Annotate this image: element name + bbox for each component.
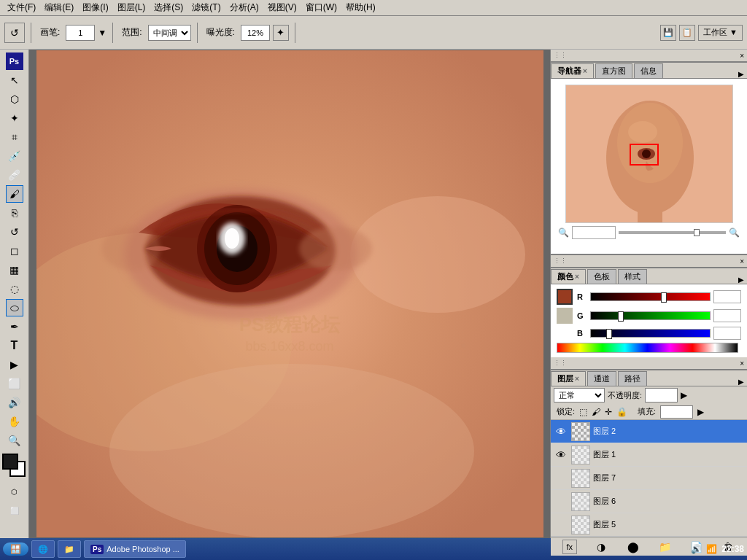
g-slider[interactable] — [590, 311, 711, 320]
tab-navigator[interactable]: 导航器 × — [551, 63, 594, 78]
g-value-input[interactable]: 59 — [713, 309, 741, 322]
zoom-tool[interactable]: 🔍 — [6, 432, 23, 449]
opacity-arrow[interactable]: ▶ — [681, 390, 687, 400]
fg-color-swatch[interactable] — [2, 454, 18, 470]
quick-mask-btn[interactable]: ⬡ — [6, 483, 23, 500]
r-slider[interactable] — [590, 292, 711, 301]
hand-tool[interactable]: ✋ — [6, 413, 23, 430]
text-tool[interactable]: T — [6, 337, 23, 354]
opacity-input[interactable]: 100% — [645, 388, 678, 402]
lock-all-btn[interactable]: 🔒 — [616, 407, 627, 417]
tab-nav-close[interactable]: × — [583, 67, 587, 75]
layer-item[interactable]: 👁 图层 6 — [551, 490, 747, 513]
eyedropper-tool[interactable]: 💉 — [6, 147, 23, 165]
start-button[interactable]: 🪟 — [3, 542, 28, 556]
notes-tool[interactable]: 🔊 — [6, 394, 23, 411]
layer-fx-btn[interactable]: fx — [562, 540, 577, 554]
lock-move-btn[interactable]: ✛ — [605, 407, 612, 417]
tab-layers[interactable]: 图层 × — [551, 371, 586, 386]
tab-color-close[interactable]: × — [575, 273, 579, 281]
tab-layers-close[interactable]: × — [575, 375, 579, 383]
new-group-btn[interactable]: 📁 — [657, 540, 672, 554]
brush-size-input[interactable] — [66, 25, 95, 41]
menu-window[interactable]: 窗口(W) — [301, 0, 341, 15]
pen-tool[interactable]: ✒ — [6, 318, 23, 335]
new-adjustment-btn[interactable]: ⬤ — [626, 540, 640, 554]
layer-item[interactable]: 👁 图层 2 — [551, 420, 747, 443]
exposure-input[interactable] — [241, 25, 270, 41]
menu-select[interactable]: 选择(S) — [150, 0, 187, 15]
crop-tool[interactable]: ⌗ — [6, 128, 23, 146]
color-bg-swatch[interactable] — [557, 308, 573, 324]
layer-vis-btn[interactable]: 👁 — [554, 424, 568, 439]
tab-channels[interactable]: 通道 — [587, 371, 616, 386]
color-fg-swatch[interactable] — [557, 289, 573, 305]
fill-input[interactable]: 100% — [660, 405, 693, 419]
dodge-tool[interactable]: ⬭ — [6, 299, 23, 316]
menu-help[interactable]: 帮助(H) — [341, 0, 380, 15]
tab-histogram[interactable]: 直方图 — [595, 63, 632, 78]
layer-item[interactable]: 👁 图层 5 — [551, 513, 747, 537]
new-fill-layer-btn[interactable]: ◑ — [594, 540, 608, 554]
eraser-tool[interactable]: ◻ — [6, 242, 23, 260]
panel-close-btn[interactable]: × — [740, 52, 744, 60]
gradient-tool[interactable]: ▦ — [6, 261, 23, 279]
zoom-out-btn[interactable]: 🔍 — [558, 228, 569, 238]
move-tool[interactable]: ↖ — [6, 71, 23, 89]
b-slider[interactable] — [590, 329, 711, 338]
history-brush-tool[interactable]: ↺ — [6, 223, 23, 241]
menu-image[interactable]: 图像(I) — [78, 0, 112, 15]
lock-paint-btn[interactable]: 🖌 — [592, 407, 600, 417]
color-panel-menu[interactable]: ▶ — [738, 275, 747, 284]
navigator-preview[interactable] — [565, 85, 733, 223]
brush-dropdown-btn[interactable]: ▼ — [98, 28, 107, 38]
blur-tool[interactable]: ◌ — [6, 280, 23, 298]
photoshop-taskbar-btn[interactable]: Ps Adobe Photoshop ... — [84, 540, 186, 558]
menu-analyze[interactable]: 分析(A) — [225, 0, 263, 15]
healing-brush-tool[interactable]: 🩹 — [6, 166, 23, 184]
toolbar-history-btn[interactable]: ↺ — [4, 23, 25, 43]
zoom-value-input[interactable]: 419.17% — [572, 226, 616, 239]
menu-filter[interactable]: 滤镜(T) — [187, 0, 225, 15]
tab-paths[interactable]: 路径 — [618, 371, 647, 386]
save-as-btn[interactable]: 📋 — [679, 25, 695, 41]
tab-swatches[interactable]: 色板 — [587, 269, 616, 284]
zoom-in-btn[interactable]: 🔍 — [729, 228, 740, 238]
workspace-btn[interactable]: 工作区 ▼ — [698, 25, 743, 41]
color-panel-close[interactable]: × — [740, 257, 744, 265]
brush-tool[interactable]: 🖌 — [6, 185, 23, 203]
magic-wand-tool[interactable]: ✦ — [6, 109, 23, 127]
clone-tool[interactable]: ⎘ — [6, 204, 23, 222]
tab-color[interactable]: 颜色 × — [551, 269, 586, 284]
shape-tool[interactable]: ⬜ — [6, 375, 23, 392]
layer-item[interactable]: 👁 图层 7 — [551, 467, 747, 490]
lasso-tool[interactable]: ⬡ — [6, 90, 23, 108]
menu-file[interactable]: 文件(F) — [3, 0, 40, 15]
panel-menu-btn[interactable]: ▶ — [738, 70, 747, 78]
range-select[interactable]: 阴影 中间调 高光 — [148, 25, 191, 41]
layer-item[interactable]: 👁 图层 1 — [551, 443, 747, 467]
airbrush-btn[interactable]: ✦ — [273, 25, 289, 41]
fill-arrow[interactable]: ▶ — [697, 407, 704, 417]
path-selection-tool[interactable]: ▶ — [6, 356, 23, 373]
r-thumb[interactable] — [661, 292, 667, 303]
g-thumb[interactable] — [618, 311, 624, 322]
zoom-slider[interactable] — [619, 231, 726, 234]
lock-transparent-btn[interactable]: ⬚ — [579, 407, 587, 417]
layers-panel-menu[interactable]: ▶ — [738, 377, 747, 386]
tab-styles[interactable]: 样式 — [618, 269, 647, 284]
color-spectrum[interactable] — [557, 343, 738, 353]
screen-mode-btn[interactable]: ⬜ — [6, 502, 23, 519]
menu-view[interactable]: 视图(V) — [263, 0, 301, 15]
menu-edit[interactable]: 编辑(E) — [40, 0, 78, 15]
menu-layer[interactable]: 图层(L) — [113, 0, 150, 15]
b-value-input[interactable]: 32 — [713, 327, 741, 340]
layers-close-btn[interactable]: × — [740, 359, 744, 368]
r-value-input[interactable]: 151 — [713, 290, 741, 303]
layer-vis-btn[interactable]: 👁 — [554, 448, 568, 462]
folder-taskbar-btn[interactable]: 📁 — [58, 540, 81, 558]
canvas-area[interactable]: PS教程论坛 bbs.16xx8.com — [29, 50, 550, 538]
save-btn[interactable]: 💾 — [660, 25, 676, 41]
blend-mode-select[interactable]: 正常 溶解 正片叠底 — [554, 388, 605, 402]
b-thumb[interactable] — [606, 329, 612, 339]
